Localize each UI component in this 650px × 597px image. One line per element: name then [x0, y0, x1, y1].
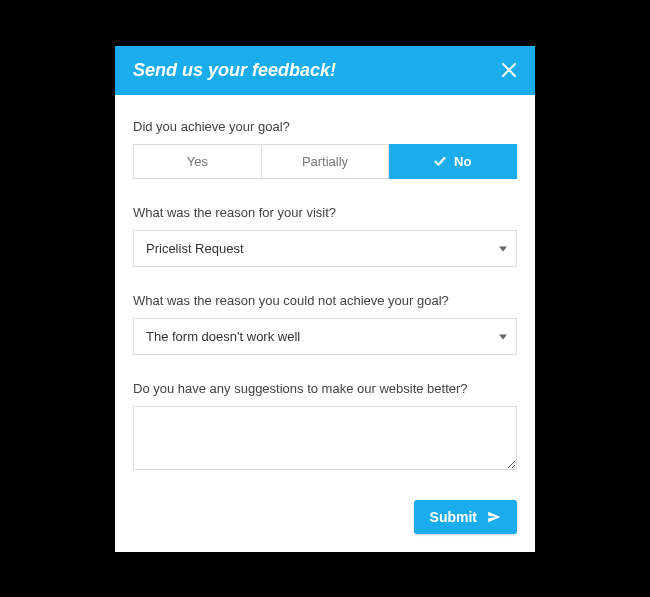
option-no[interactable]: No: [389, 144, 517, 179]
close-button[interactable]: [501, 62, 517, 78]
question-reason-visit: What was the reason for your visit? Pric…: [133, 205, 517, 267]
modal-footer: Submit: [133, 500, 517, 534]
suggestions-textarea[interactable]: [133, 406, 517, 470]
feedback-modal: Send us your feedback! Did you achieve y…: [115, 46, 535, 552]
option-label: No: [454, 154, 471, 169]
submit-button[interactable]: Submit: [414, 500, 517, 534]
question-label: Do you have any suggestions to make our …: [133, 381, 517, 396]
question-label: What was the reason you could not achiev…: [133, 293, 517, 308]
paper-plane-icon: [487, 510, 501, 524]
modal-body: Did you achieve your goal? Yes Partially…: [115, 95, 535, 552]
question-reason-fail: What was the reason you could not achiev…: [133, 293, 517, 355]
question-goal: Did you achieve your goal? Yes Partially…: [133, 119, 517, 179]
option-partially[interactable]: Partially: [262, 144, 390, 179]
option-label: Partially: [302, 154, 348, 169]
submit-label: Submit: [430, 509, 477, 525]
option-label: Yes: [187, 154, 208, 169]
close-icon: [501, 62, 517, 78]
goal-options: Yes Partially No: [133, 144, 517, 179]
modal-header: Send us your feedback!: [115, 46, 535, 95]
option-yes[interactable]: Yes: [133, 144, 262, 179]
reason-fail-select[interactable]: The form doesn't work well: [133, 318, 517, 355]
reason-visit-select[interactable]: Pricelist Request: [133, 230, 517, 267]
select-value: Pricelist Request: [133, 230, 517, 267]
modal-title: Send us your feedback!: [133, 60, 336, 81]
question-label: What was the reason for your visit?: [133, 205, 517, 220]
question-label: Did you achieve your goal?: [133, 119, 517, 134]
check-icon: [434, 155, 446, 167]
question-suggestions: Do you have any suggestions to make our …: [133, 381, 517, 474]
select-value: The form doesn't work well: [133, 318, 517, 355]
